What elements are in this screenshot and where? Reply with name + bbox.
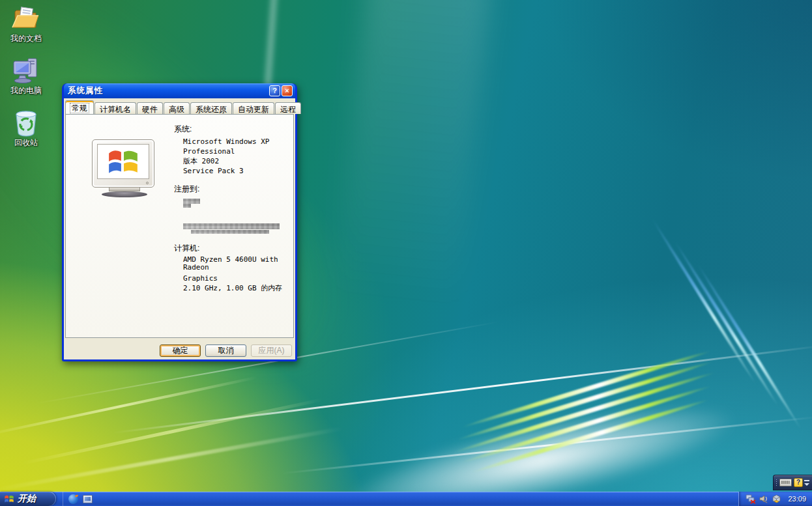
desktop-icon-label: 我的电脑 <box>1 85 51 96</box>
system-line: Professional <box>183 147 291 156</box>
wallpaper-streak <box>23 398 323 465</box>
wallpaper-streak <box>461 384 712 465</box>
registered-owner-redacted <box>183 204 191 208</box>
windows-flag-icon <box>106 148 140 175</box>
crt-power-led <box>146 182 149 184</box>
general-tab-page: 系统: Microsoft Windows XP Professional 版本… <box>65 114 294 338</box>
minimize-icon[interactable] <box>804 480 809 481</box>
crt-base <box>102 191 147 197</box>
tab-computer-name[interactable]: 计算机名 <box>94 102 136 114</box>
registered-section: 注册到: <box>174 184 291 234</box>
tab-label: 计算机名 <box>100 105 131 114</box>
start-button[interactable]: 开始 <box>0 492 56 506</box>
tab-label: 系统还原 <box>196 105 227 114</box>
desktop-icon-label: 回收站 <box>1 137 51 148</box>
tab-strip: 常规 计算机名 硬件 高级 系统还原 自动更新 远程 <box>65 101 302 114</box>
show-desktop-icon[interactable] <box>83 495 93 503</box>
hardware-icon[interactable] <box>772 494 781 504</box>
wallpaper-streak <box>461 349 712 430</box>
registered-label: 注册到: <box>174 184 291 195</box>
windows-logo-icon <box>4 494 14 503</box>
quick-launch <box>63 492 93 506</box>
help-icon[interactable]: ? <box>269 85 280 96</box>
computer-section: 计算机: AMD Ryzen 5 4600U with Radeon Graph… <box>174 243 291 293</box>
tab-remote[interactable]: 远程 <box>275 102 301 114</box>
wallpaper-streak <box>336 382 746 492</box>
system-line: Service Pack 3 <box>183 166 291 176</box>
tab-label: 自动更新 <box>238 105 269 114</box>
volume-icon[interactable] <box>759 494 768 503</box>
close-icon[interactable]: × <box>282 85 293 96</box>
language-bar: ? <box>773 475 812 490</box>
wallpaper-streak <box>714 31 812 492</box>
wallpaper-streak <box>696 263 802 430</box>
tab-hardware[interactable]: 硬件 <box>137 102 163 114</box>
tab-label: 远程 <box>280 105 296 114</box>
system-section: 系统: Microsoft Windows XP Professional 版本… <box>174 124 291 176</box>
wallpaper-streak <box>452 371 716 455</box>
crt-monitor-graphic <box>92 139 157 197</box>
tab-label: 硬件 <box>142 105 158 114</box>
wallpaper-streak <box>650 218 757 385</box>
product-id-redacted <box>191 230 269 234</box>
wallpaper-streak <box>335 0 492 305</box>
tab-advanced[interactable]: 高级 <box>164 102 190 114</box>
recycle-bin-icon <box>11 108 41 137</box>
computer-line: Graphics <box>183 274 291 283</box>
my-documents-icon <box>11 4 41 33</box>
language-bar-controls <box>804 480 809 486</box>
wallpaper-streak <box>0 376 258 436</box>
tab-system-restore[interactable]: 系统还原 <box>190 102 232 114</box>
start-label: 开始 <box>18 493 36 505</box>
language-bar-grip[interactable] <box>776 479 777 487</box>
taskbar[interactable]: 开始 23:09 <box>0 492 812 506</box>
clock[interactable]: 23:09 <box>788 495 806 503</box>
browser-icon[interactable] <box>68 494 78 504</box>
computer-label: 计算机: <box>174 243 291 254</box>
wallpaper-streak <box>673 240 779 408</box>
tab-label: 常规 <box>70 104 89 113</box>
tab-automatic-updates[interactable]: 自动更新 <box>233 102 274 114</box>
taskbar-empty-area[interactable] <box>93 492 738 506</box>
wallpaper-streak <box>282 416 812 475</box>
desktop-icon-my-computer[interactable]: 我的电脑 <box>1 56 51 96</box>
system-tray: 23:09 <box>738 492 812 506</box>
dialog-title: 系统属性 <box>68 85 268 96</box>
desktop-icon-my-documents[interactable]: 我的文档 <box>1 4 51 44</box>
wallpaper-streak <box>0 427 343 492</box>
system-info: 系统: Microsoft Windows XP Professional 版本… <box>174 124 291 293</box>
dialog-titlebar[interactable]: 系统属性 ? × <box>64 83 295 98</box>
desktop-icon-recycle-bin[interactable]: 回收站 <box>1 108 51 148</box>
system-label: 系统: <box>174 124 291 135</box>
my-computer-icon <box>11 56 41 85</box>
tab-general[interactable]: 常规 <box>65 100 94 114</box>
wallpaper-streak <box>676 0 812 492</box>
desktop-icon-label: 我的文档 <box>1 33 51 44</box>
computer-line: 2.10 GHz, 1.00 GB 的内存 <box>183 283 291 293</box>
tab-label: 高级 <box>169 105 184 114</box>
keyboard-icon[interactable] <box>779 479 792 486</box>
dialog-body: 常规 计算机名 硬件 高级 系统还原 自动更新 远程 <box>64 98 295 359</box>
ok-button[interactable]: 确定 <box>160 344 201 357</box>
apply-button[interactable]: 应用(A) <box>251 344 292 357</box>
system-properties-dialog: 系统属性 ? × 常规 计算机名 硬件 高级 系统还原 自动更新 远程 <box>62 83 297 361</box>
system-line: Microsoft Windows XP <box>183 137 291 147</box>
registered-owner-redacted <box>183 199 200 204</box>
options-icon[interactable] <box>804 483 809 486</box>
crt-screen <box>97 144 149 179</box>
crt-body <box>92 139 154 188</box>
wallpaper-streak <box>471 398 709 475</box>
system-line: 版本 2002 <box>183 156 291 166</box>
product-id-redacted <box>183 223 280 229</box>
computer-line: Radeon <box>183 264 291 272</box>
network-disconnected-icon[interactable] <box>746 494 756 504</box>
help-icon[interactable]: ? <box>794 478 803 487</box>
wallpaper-streak <box>456 359 713 442</box>
cancel-button[interactable]: 取消 <box>205 344 246 357</box>
